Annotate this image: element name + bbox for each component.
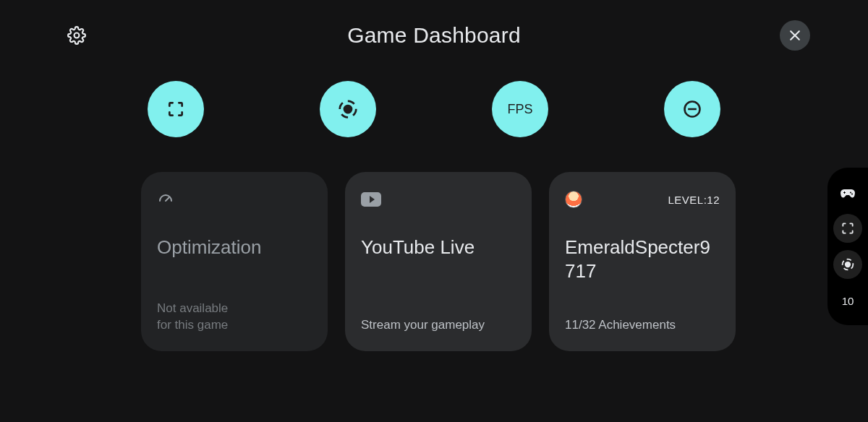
quick-actions-row: FPS	[0, 81, 868, 137]
svg-point-3	[344, 106, 352, 113]
gear-icon	[67, 26, 86, 45]
card-title: Optimization	[157, 236, 312, 259]
achievements-text: 11/32 Achievements	[565, 317, 720, 334]
youtube-icon	[361, 192, 381, 207]
profile-username: EmeraldSpecter9717	[565, 236, 720, 283]
record-icon	[840, 257, 856, 272]
do-not-disturb-icon	[682, 99, 702, 119]
optimization-card[interactable]: Optimization Not available for this game	[141, 172, 328, 351]
svg-line-7	[166, 197, 169, 201]
fps-label: FPS	[507, 102, 532, 117]
card-title: YouTube Live	[361, 236, 516, 259]
record-pill-button[interactable]	[833, 250, 862, 279]
settings-button[interactable]	[65, 24, 88, 47]
game-controller-icon	[839, 184, 856, 201]
close-button[interactable]	[780, 20, 810, 51]
level-badge: LEVEL:12	[668, 194, 720, 206]
screenshot-button[interactable]	[148, 81, 204, 137]
speedometer-icon	[157, 191, 174, 208]
screenshot-icon	[841, 221, 855, 236]
youtube-live-card[interactable]: YouTube Live Stream your gameplay	[345, 172, 532, 351]
card-subtitle: Stream your gameplay	[361, 317, 516, 334]
dnd-button[interactable]	[664, 81, 720, 137]
floating-toolbar: 10	[827, 168, 868, 325]
svg-point-8	[846, 262, 850, 267]
game-controller-button[interactable]	[833, 178, 862, 207]
header: Game Dashboard	[0, 0, 868, 51]
profile-card[interactable]: LEVEL:12 EmeraldSpecter9717 11/32 Achiev…	[549, 172, 736, 351]
page-title: Game Dashboard	[347, 23, 521, 48]
fps-pill-value[interactable]: 10	[833, 286, 862, 315]
screenshot-pill-button[interactable]	[833, 214, 862, 243]
record-button[interactable]	[320, 81, 376, 137]
close-icon	[788, 28, 802, 43]
card-subtitle: Not available for this game	[157, 301, 312, 334]
fps-button[interactable]: FPS	[492, 81, 548, 137]
svg-point-0	[75, 33, 80, 38]
avatar	[565, 191, 582, 208]
screenshot-icon	[166, 100, 185, 119]
cards-row: Optimization Not available for this game…	[141, 172, 868, 351]
record-icon	[337, 98, 359, 120]
